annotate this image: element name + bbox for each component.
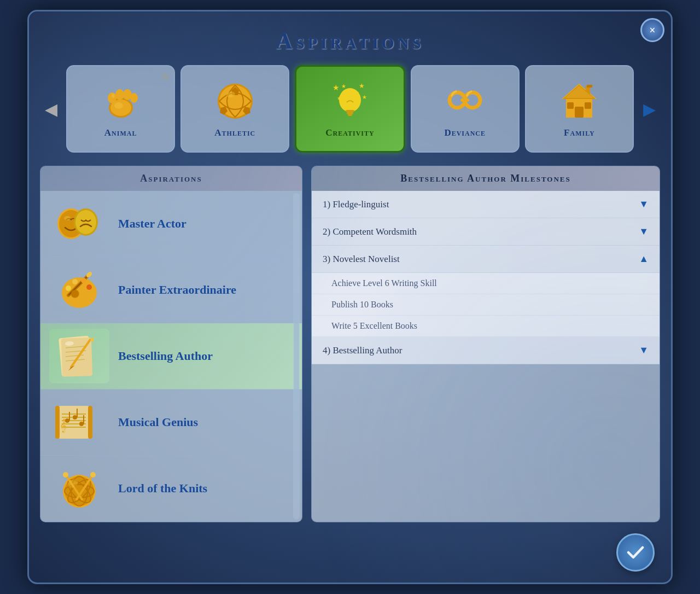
aspiration-icon-master-actor xyxy=(49,196,109,251)
milestone-label-4: 4) Bestselling Author xyxy=(323,345,402,356)
category-label-deviance: Deviance xyxy=(444,127,486,138)
svg-rect-15 xyxy=(346,110,354,112)
svg-point-82 xyxy=(90,472,96,477)
categories-container: Animal ☆ Athletic ★ ★ xyxy=(66,65,634,153)
svg-rect-29 xyxy=(575,107,584,118)
milestones-list: 1) Fledge-linguist ▼ 2) Competent Wordsm… xyxy=(312,191,660,522)
milestone-label-1: 1) Fledge-linguist xyxy=(323,199,389,210)
svg-rect-71 xyxy=(88,406,92,439)
svg-point-49 xyxy=(71,290,79,298)
aspiration-name-lord-of-the-knits: Lord of the Knits xyxy=(118,481,207,496)
svg-point-2 xyxy=(108,92,116,103)
svg-point-40 xyxy=(62,277,97,308)
milestone-arrow-4: ▼ xyxy=(639,345,649,356)
aspiration-icon-bestselling-author xyxy=(49,329,109,383)
aspirations-list: Master Actor Painter Extraordinaire xyxy=(40,191,302,522)
aspiration-name-painter-extraordinaire: Painter Extraordinaire xyxy=(118,283,236,297)
svg-point-5 xyxy=(130,93,138,103)
category-icon-family xyxy=(557,79,601,123)
svg-text:★: ★ xyxy=(354,90,359,96)
milestone-label-3: 3) Novelest Novelist xyxy=(323,254,400,265)
aspiration-item-master-actor[interactable]: Master Actor xyxy=(40,191,302,257)
aspiration-icon-painter-extraordinaire xyxy=(49,263,109,317)
svg-point-80 xyxy=(63,472,68,477)
category-tab-deviance[interactable]: Deviance xyxy=(411,65,520,153)
svg-text:★: ★ xyxy=(359,82,365,90)
milestones-panel-header: Bestselling Author Milestones xyxy=(312,166,660,191)
aspirations-panel: Aspirations Master Actor xyxy=(40,166,302,522)
svg-point-45 xyxy=(72,279,78,284)
svg-rect-26 xyxy=(460,98,469,102)
milestone-item-4[interactable]: 4) Bestselling Author ▼ xyxy=(312,337,660,364)
svg-point-48 xyxy=(66,286,71,291)
category-tab-family[interactable]: Family xyxy=(525,65,634,153)
category-label-creativity: Creativity xyxy=(325,127,374,138)
category-icon-animal xyxy=(99,79,143,123)
svg-point-46 xyxy=(81,278,86,283)
milestone-group-2: 2) Competent Wordsmith ▼ xyxy=(312,218,660,246)
bottom-bar xyxy=(40,533,660,572)
scrollbar[interactable] xyxy=(293,193,300,520)
milestones-panel: Bestselling Author Milestones 1) Fledge-… xyxy=(311,166,660,522)
category-tab-creativity[interactable]: ★ ★ ★ ★ ★ ★ Creativity xyxy=(295,65,405,153)
aspiration-name-master-actor: Master Actor xyxy=(118,217,186,231)
milestone-group-3: 3) Novelest Novelist ▲ Achieve Level 6 W… xyxy=(312,246,660,337)
aspiration-name-bestselling-author: Bestselling Author xyxy=(118,349,213,363)
category-icon-athletic xyxy=(213,79,257,123)
svg-rect-30 xyxy=(567,102,574,109)
category-tab-animal[interactable]: Animal ☆ xyxy=(66,65,175,153)
category-label-athletic: Athletic xyxy=(214,127,255,138)
aspiration-item-lord-of-the-knits[interactable]: Lord of the Knits xyxy=(40,456,302,522)
close-button[interactable]: × xyxy=(640,18,664,42)
milestone-item-1[interactable]: 1) Fledge-linguist ▼ xyxy=(312,191,660,218)
svg-rect-70 xyxy=(55,406,60,439)
svg-text:★: ★ xyxy=(337,95,342,101)
category-icon-creativity: ★ ★ ★ ★ ★ ★ xyxy=(328,79,372,123)
svg-text:★: ★ xyxy=(341,83,346,89)
aspirations-modal: × Aspirations ◀ Animal ☆ xyxy=(27,10,673,584)
milestone-arrow-1: ▼ xyxy=(639,199,649,210)
aspiration-item-painter-extraordinaire[interactable]: Painter Extraordinaire xyxy=(40,257,302,323)
svg-text:★: ★ xyxy=(332,84,340,92)
milestone-item-2[interactable]: 2) Competent Wordsmith ▼ xyxy=(312,218,660,246)
milestone-group-4: 4) Bestselling Author ▼ xyxy=(312,337,660,364)
milestone-sub-item-3-0: Achieve Level 6 Writing Skill xyxy=(312,273,660,294)
page-title: Aspirations xyxy=(40,28,660,54)
svg-rect-17 xyxy=(348,114,352,116)
close-icon: × xyxy=(649,24,655,37)
aspiration-name-musical-genius: Musical Genius xyxy=(118,415,198,429)
aspiration-icon-musical-genius: 𝄞 xyxy=(49,395,109,450)
confirm-button[interactable] xyxy=(616,533,655,572)
scrollbar-thumb xyxy=(294,291,299,422)
milestone-item-3[interactable]: 3) Novelest Novelist ▲ xyxy=(312,246,660,273)
svg-point-39 xyxy=(64,216,71,220)
milestone-arrow-2: ▼ xyxy=(639,226,649,237)
aspiration-item-musical-genius[interactable]: 𝄞 Musical Genius xyxy=(40,389,302,456)
svg-point-3 xyxy=(115,89,124,100)
aspirations-panel-header: Aspirations xyxy=(40,166,302,191)
chevron-left-icon: ◀ xyxy=(45,100,57,119)
category-label-animal: Animal xyxy=(104,127,137,138)
checkmark-icon xyxy=(626,543,645,562)
svg-point-38 xyxy=(75,210,96,234)
svg-rect-31 xyxy=(585,102,591,109)
aspiration-icon-lord-of-the-knits xyxy=(49,461,109,516)
svg-point-7 xyxy=(112,94,115,98)
milestone-sub-item-3-2: Write 5 Excellent Books xyxy=(312,316,660,337)
aspiration-item-bestselling-author[interactable]: Bestselling Author xyxy=(40,323,302,389)
category-icon-deviance xyxy=(443,79,487,123)
milestone-expanded-3: Achieve Level 6 Writing SkillPublish 10 … xyxy=(312,273,660,337)
svg-point-66 xyxy=(73,415,77,420)
nav-right-button[interactable]: ▶ xyxy=(638,92,660,125)
svg-text:★: ★ xyxy=(362,94,367,100)
categories-row: ◀ Animal ☆ xyxy=(40,65,660,153)
svg-point-68 xyxy=(79,422,84,426)
category-tab-athletic[interactable]: Athletic xyxy=(180,65,289,153)
star-badge: ☆ xyxy=(161,71,170,83)
svg-rect-33 xyxy=(587,85,592,88)
nav-left-button[interactable]: ◀ xyxy=(40,92,62,125)
milestone-group-1: 1) Fledge-linguist ▼ xyxy=(312,191,660,218)
svg-point-47 xyxy=(86,284,92,290)
svg-rect-16 xyxy=(347,112,353,114)
chevron-right-icon: ▶ xyxy=(643,100,656,119)
